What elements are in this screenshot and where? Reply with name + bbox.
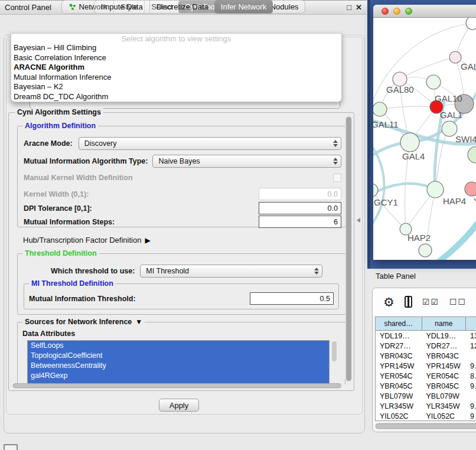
dpi-tolerance-input[interactable] <box>259 202 341 214</box>
close-window-button[interactable] <box>382 8 389 15</box>
network-node-label: GAL11 <box>373 119 399 129</box>
hub-tf-expander-label: Hub/Transcription Factor Definition <box>23 236 141 244</box>
combo-stepper-icon <box>332 140 338 147</box>
attribute-item[interactable]: TopologicalCoefficient <box>28 351 329 361</box>
algorithm-option[interactable]: Mutual Information Inference <box>11 73 341 83</box>
table-cell: YER054C <box>376 371 422 381</box>
hub-tf-expander[interactable]: Hub/Transcription Factor Definition ▶ <box>23 236 151 244</box>
table-row[interactable]: YBL079WYBL079W <box>376 391 476 401</box>
network-node-label: GAL4 <box>402 151 425 161</box>
minimize-window-button[interactable] <box>393 8 400 15</box>
network-node[interactable] <box>373 102 387 116</box>
select-all-checkboxes-icon[interactable]: ☑☑ <box>422 297 439 306</box>
table-cell: 13 <box>466 331 476 341</box>
network-node[interactable] <box>400 133 419 152</box>
algorithm-option[interactable]: Bayesian – K2 <box>11 82 341 92</box>
table-row[interactable]: YPR145WYPR145W9. <box>376 361 476 371</box>
table-cell: YLR345W <box>376 401 422 411</box>
settings-group-title: Cyni Algorithm Settings <box>15 108 103 116</box>
table-cell: 9. <box>466 361 476 371</box>
network-edge[interactable] <box>380 106 436 109</box>
table-cell: YDL19… <box>422 331 467 341</box>
network-edge[interactable] <box>400 57 455 79</box>
table-row[interactable]: YDR27…YDR27…12 <box>376 341 476 351</box>
attribute-item[interactable]: gal4RGexp <box>28 371 329 381</box>
attributes-vscrollbar[interactable] <box>331 340 337 384</box>
network-node[interactable] <box>427 181 444 198</box>
dpi-tolerance-label: DPI Tolerance [0,1]: <box>24 204 92 213</box>
network-node-label: HAP2 <box>407 233 431 243</box>
table-cell: YBR043C <box>422 351 467 361</box>
table-row[interactable]: YBR045CYBR045C9. <box>376 381 476 391</box>
table-row[interactable]: YLR345WYLR345W9. <box>376 401 476 411</box>
manual-kernel-label: Manual Kernel Width Definition <box>24 174 133 182</box>
network-node[interactable] <box>468 146 476 163</box>
columns-icon[interactable] <box>405 296 412 308</box>
network-node-label: GCY1 <box>374 197 398 207</box>
table-row[interactable]: YBR043CYBR043C <box>376 351 476 361</box>
tab-infer-network[interactable]: Infer Network <box>214 0 273 14</box>
settings-hscrollbar[interactable] <box>12 383 342 389</box>
tab-discretize-data[interactable]: Discretize Data <box>149 1 215 13</box>
zoom-window-button[interactable] <box>405 8 412 15</box>
algorithm-option[interactable]: Basic Correlation Inference <box>11 53 341 63</box>
table-cell: YBR045C <box>422 381 467 391</box>
table-row[interactable]: YIL052CYIL052C9 <box>376 411 476 421</box>
network-edge-highlighted[interactable] <box>428 222 476 260</box>
network-window-titlebar[interactable] <box>373 5 476 18</box>
combo-stepper-icon <box>313 268 319 275</box>
column-header-third[interactable]: A <box>466 317 476 330</box>
column-header-name[interactable]: name <box>422 317 467 330</box>
algorithm-option[interactable]: ARACNE Algorithm <box>11 63 341 73</box>
network-node[interactable] <box>465 182 476 196</box>
table-panel-card: ⚙ ☑☑ ☐☐ shared… name A YDL19…YDL19…13YDR… <box>372 288 476 432</box>
algorithm-option[interactable]: Bayesian – Hill Climbing <box>11 43 341 53</box>
gear-icon[interactable]: ⚙ <box>383 296 395 308</box>
data-attributes-list[interactable]: SelfLoopsTopologicalCoefficientBetweenne… <box>27 340 330 384</box>
minimized-panel-icon[interactable] <box>4 444 18 450</box>
cyni-bottom-tabs: Impute DataDiscretize DataInfer Network <box>94 0 273 14</box>
network-node[interactable] <box>466 18 476 30</box>
table-row[interactable]: YDL19…YDL19…13 <box>376 331 476 341</box>
aracne-mode-value: Discovery <box>84 139 332 148</box>
algorithm-option[interactable]: Dream8 DC_TDC Algorithm <box>11 92 341 102</box>
network-node[interactable] <box>373 184 378 197</box>
mi-type-combo[interactable]: Naive Bayes <box>152 155 341 168</box>
aracne-mode-combo[interactable]: Discovery <box>79 137 341 150</box>
network-graph[interactable]: GALGAL80GAL10GAL1GAL11SWI4GAL4GCY1HAP4YH… <box>373 18 476 260</box>
mi-steps-input[interactable] <box>259 216 341 228</box>
mi-threshold-group-title: MI Threshold Definition <box>29 279 116 288</box>
algorithm-dropdown-list: Select algorithm to view settings Bayesi… <box>11 33 342 102</box>
network-edge[interactable] <box>373 190 406 229</box>
table-hscrollbar[interactable] <box>375 423 476 429</box>
kernel-width-input[interactable] <box>259 188 341 200</box>
which-threshold-label: Which threshold to use: <box>51 267 135 275</box>
apply-button[interactable]: Apply <box>159 399 199 412</box>
table-cell: YBR043C <box>376 351 422 361</box>
attribute-item[interactable]: SelfLoops <box>28 341 329 351</box>
network-node[interactable] <box>419 244 432 257</box>
node-attribute-table: shared… name A YDL19…YDL19…13YDR27…YDR27… <box>375 317 476 421</box>
expander-expanded-icon[interactable]: ▼ <box>135 318 142 326</box>
table-cell <box>466 391 476 401</box>
table-cell: YIL052C <box>422 411 467 421</box>
table-cell: YDR27… <box>376 341 422 351</box>
table-cell: 9. <box>466 381 476 391</box>
manual-kernel-checkbox[interactable] <box>333 174 341 182</box>
network-node[interactable] <box>449 51 461 63</box>
mi-threshold-input[interactable] <box>250 292 334 305</box>
column-header-shared-name[interactable]: shared… <box>376 317 422 330</box>
panel-divider-handle[interactable] <box>357 218 360 223</box>
table-cell: 9. <box>466 401 476 411</box>
settings-vscrollbar[interactable] <box>345 116 352 382</box>
which-threshold-combo[interactable]: MI Threshold <box>140 265 322 278</box>
tab-impute-data[interactable]: Impute Data <box>94 1 149 13</box>
attribute-item[interactable]: BetweennessCentrality <box>28 361 329 371</box>
table-row[interactable]: YER054CYER054C8. <box>376 371 476 381</box>
apply-button-label: Apply <box>169 401 189 410</box>
network-node-label: GAL <box>461 61 476 71</box>
deselect-all-checkboxes-icon[interactable]: ☐☐ <box>449 297 467 306</box>
mi-type-label: Mutual Information Algorithm Type: <box>24 157 148 165</box>
network-node[interactable] <box>426 75 441 89</box>
mi-threshold-group: MI Threshold Definition Mutual Informati… <box>24 283 339 309</box>
